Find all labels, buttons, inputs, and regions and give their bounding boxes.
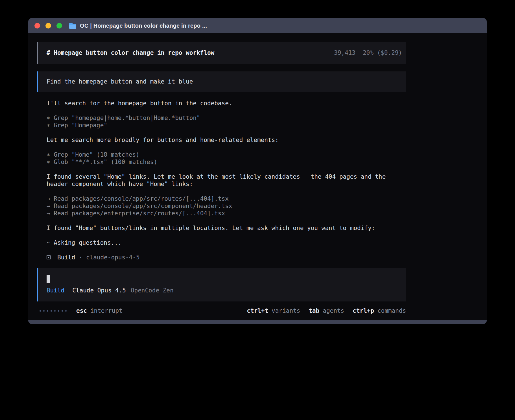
zoom-button[interactable] bbox=[56, 23, 62, 29]
blank-line bbox=[47, 166, 400, 173]
session-header: # Homepage button color change in repo w… bbox=[37, 42, 406, 64]
spinner-dot bbox=[43, 310, 45, 312]
shortcut-tab: tabagents bbox=[309, 307, 344, 314]
blank-line bbox=[47, 188, 400, 195]
transcript: I'll search for the homepage button in t… bbox=[37, 92, 400, 261]
status-left: escinterrupt bbox=[37, 307, 123, 314]
user-message: Find the homepage button and make it blu… bbox=[37, 71, 406, 92]
status-bar: escinterrupt ctrl+tvariantstabagentsctrl… bbox=[37, 307, 406, 314]
agent-name: Build bbox=[57, 254, 75, 261]
shortcut-ctrl-p: ctrl+pcommands bbox=[353, 307, 406, 314]
assistant-text-line: I'll search for the homepage button in t… bbox=[47, 100, 400, 107]
shortcut-esc: escinterrupt bbox=[76, 307, 123, 314]
terminal-window: OC | Homepage button color change in rep… bbox=[28, 18, 487, 324]
spinner-dot bbox=[40, 310, 41, 312]
shortcuts-left: escinterrupt bbox=[76, 307, 123, 314]
minimize-button[interactable] bbox=[45, 23, 51, 29]
model-row: Build Claude Opus 4.5 OpenCode Zen bbox=[47, 287, 402, 294]
spinner-dot bbox=[47, 310, 48, 312]
assistant-text-line: Let me search more broadly for buttons a… bbox=[47, 136, 400, 144]
prompt-input[interactable]: Build Claude Opus 4.5 OpenCode Zen bbox=[37, 268, 406, 301]
agent-icon bbox=[47, 255, 51, 259]
window-title: OC | Homepage button color change in rep… bbox=[80, 23, 207, 29]
shortcut-ctrl-t: ctrl+tvariants bbox=[247, 307, 300, 314]
agent-status-line: Build·claude-opus-4-5 bbox=[47, 254, 400, 261]
shortcut-key: ctrl+p bbox=[353, 307, 374, 314]
separator-dot: · bbox=[79, 254, 82, 261]
tool-call-line: ∗ Grep "Homepage" bbox=[47, 122, 400, 129]
blank-line bbox=[47, 129, 400, 136]
shortcut-label: commands bbox=[377, 307, 406, 314]
terminal-content: # Homepage button color change in repo w… bbox=[28, 33, 487, 320]
assistant-text-line: ~ Asking questions... bbox=[47, 239, 400, 246]
spinner-dot bbox=[54, 310, 56, 312]
spinner-dot bbox=[58, 310, 59, 312]
close-button[interactable] bbox=[34, 23, 40, 29]
provider-name: OpenCode Zen bbox=[131, 287, 174, 294]
window-titlebar: OC | Homepage button color change in rep… bbox=[28, 18, 487, 33]
blank-line bbox=[47, 217, 400, 224]
assistant-text-line: I found several "Home" links. Let me loo… bbox=[47, 173, 400, 188]
session-stats: 39,413 20% ($0.29) bbox=[334, 49, 402, 56]
token-count: 39,413 bbox=[334, 49, 355, 56]
text-cursor bbox=[47, 275, 50, 283]
tool-call-line: ∗ Glob "**/*.tsx" (100 matches) bbox=[47, 158, 400, 166]
shortcuts-right: ctrl+tvariantstabagentsctrl+pcommands bbox=[247, 307, 406, 314]
tool-call-line: ∗ Grep "homepage|home.*button|Home.*butt… bbox=[47, 114, 400, 122]
model-name: Claude Opus 4.5 bbox=[72, 287, 126, 294]
blank-line bbox=[47, 232, 400, 239]
blank-line bbox=[47, 246, 400, 254]
assistant-text-line: I found "Home" buttons/links in multiple… bbox=[47, 224, 400, 232]
shortcut-key: ctrl+t bbox=[247, 307, 268, 314]
spinner-dot bbox=[51, 310, 52, 312]
session-title: # Homepage button color change in repo w… bbox=[47, 49, 214, 56]
shortcut-label: agents bbox=[323, 307, 344, 314]
agent-model: claude-opus-4-5 bbox=[86, 254, 140, 261]
tool-call-line: → Read packages/console/app/src/routes/[… bbox=[47, 195, 400, 202]
tool-call-line: → Read packages/enterprise/src/routes/[.… bbox=[47, 210, 400, 217]
shortcut-key: tab bbox=[309, 307, 319, 314]
agent-mode-label: Build bbox=[47, 287, 64, 294]
blank-line bbox=[47, 144, 400, 151]
tool-call-line: → Read packages/console/app/src/componen… bbox=[47, 202, 400, 210]
traffic-lights bbox=[34, 23, 62, 29]
shortcut-label: variants bbox=[272, 307, 300, 314]
tool-call-line: ∗ Grep "Home" (18 matches) bbox=[47, 151, 400, 158]
spinner-dot bbox=[62, 310, 63, 312]
folder-icon bbox=[69, 23, 77, 29]
context-usage: 20% ($0.29) bbox=[363, 49, 402, 56]
blank-line bbox=[47, 107, 400, 114]
shortcut-key: esc bbox=[76, 307, 87, 314]
spinner-dot bbox=[65, 310, 67, 312]
spinner-dots bbox=[40, 310, 67, 312]
user-message-text: Find the homepage button and make it blu… bbox=[47, 78, 193, 85]
shortcut-label: interrupt bbox=[90, 307, 123, 314]
